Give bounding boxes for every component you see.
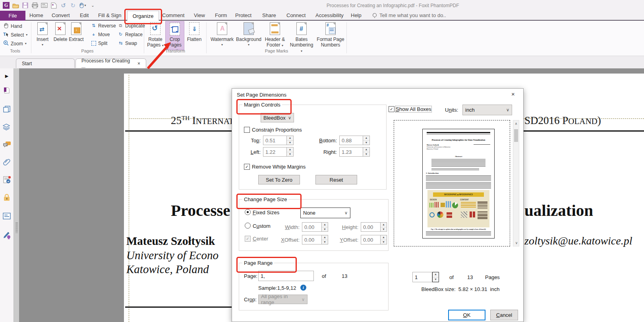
flatten-button[interactable]: ⇓ Flatten xyxy=(185,22,203,42)
watermark-button[interactable]: A Watermark ▾ xyxy=(210,22,234,48)
security-icon[interactable] xyxy=(2,193,11,202)
width-label: Width: xyxy=(275,224,300,230)
tab-form[interactable]: Form xyxy=(215,12,227,18)
hand-tool-quick-icon[interactable]: ▾ xyxy=(79,2,86,9)
header-footer-button[interactable]: Header & Footer ▾ xyxy=(263,22,287,48)
remove-white-margins-checkbox[interactable]: ✓ xyxy=(244,164,250,170)
right-spinner[interactable]: ▲▼ xyxy=(363,147,370,157)
xoffset-spinner[interactable]: ▲▼ xyxy=(322,235,328,244)
move-button[interactable]: +Move xyxy=(91,31,110,37)
tab-edit[interactable]: Edit xyxy=(80,12,89,18)
panel-resizer[interactable] xyxy=(14,68,19,322)
center-checkbox[interactable]: ✓ xyxy=(245,236,251,242)
sign-certify-icon[interactable] xyxy=(2,231,11,239)
margin-controls-label: Margin Controls xyxy=(242,102,282,108)
form-fields-icon[interactable] xyxy=(2,211,11,220)
background-button[interactable]: Background ▾ xyxy=(236,22,261,48)
preview-page-input[interactable] xyxy=(412,272,432,282)
zoom-button[interactable]: Zoom ▾ xyxy=(3,40,27,47)
height-spinner[interactable]: ▲▼ xyxy=(381,222,387,232)
top-input[interactable] xyxy=(263,136,287,145)
ok-button[interactable]: OK xyxy=(448,310,485,320)
scrollbar-thumb[interactable] xyxy=(514,129,518,142)
tab-organize[interactable]: Organize xyxy=(127,11,159,21)
duplicate-button[interactable]: ⧉Duplicate xyxy=(118,23,145,29)
fixed-size-dropdown[interactable]: None∨ xyxy=(300,208,350,218)
scroll-down-icon[interactable]: ∨ xyxy=(513,240,520,246)
tab-fill-sign[interactable]: Fill & Sign xyxy=(98,12,122,18)
format-page-numbers-button[interactable]: # Format Page Numbers xyxy=(316,22,345,48)
digital-signatures-icon[interactable] xyxy=(2,175,11,184)
top-spinner[interactable]: ▲▼ xyxy=(287,136,294,145)
yoffset-input[interactable] xyxy=(361,235,381,244)
show-all-boxes-checkbox[interactable]: ✓ xyxy=(389,106,395,112)
replace-button[interactable]: ↻Replace xyxy=(118,31,143,37)
width-input[interactable] xyxy=(302,222,322,232)
dropdown-arrow-icon: ▾ xyxy=(42,42,43,48)
box-type-dropdown[interactable]: BleedBox∨ xyxy=(261,113,294,122)
extract-pages-button[interactable]: ↓ Extract xyxy=(67,22,86,42)
bottom-spinner[interactable]: ▲▼ xyxy=(363,136,370,145)
fixed-sizes-radio[interactable] xyxy=(245,209,251,215)
set-to-zero-button[interactable]: Set To Zero xyxy=(258,175,300,184)
tell-me-box[interactable]: Tell me what you want to do.. xyxy=(379,12,446,18)
comments-icon[interactable] xyxy=(2,140,11,149)
layers-icon[interactable] xyxy=(2,122,11,131)
left-input[interactable] xyxy=(263,147,287,157)
custom-radio[interactable] xyxy=(245,223,251,229)
insert-pages-button[interactable]: ⇄ Insert ▾ xyxy=(34,22,51,48)
scroll-up-icon[interactable]: ∧ xyxy=(513,120,519,127)
expand-panel-icon[interactable]: ▶ xyxy=(2,72,11,80)
height-input[interactable] xyxy=(361,222,381,232)
tab-connect[interactable]: Connect xyxy=(286,12,306,18)
header-footer-icon xyxy=(270,22,280,35)
print-icon[interactable] xyxy=(31,2,39,9)
yoffset-spinner[interactable]: ▲▼ xyxy=(381,235,387,244)
reset-button[interactable]: Reset xyxy=(315,175,357,184)
tab-share[interactable]: Share xyxy=(262,12,276,18)
preview-scrollbar[interactable]: ∧ ∨ xyxy=(513,120,519,246)
redo-icon[interactable]: ↻ xyxy=(69,2,77,9)
swap-button[interactable]: ⇆Swap xyxy=(118,40,137,46)
fixed-size-value: None xyxy=(303,210,315,216)
page-thumbnails-icon[interactable] xyxy=(2,105,11,113)
split-button[interactable]: Split xyxy=(91,40,107,46)
tab-file[interactable]: File xyxy=(0,11,25,21)
constrain-proportions-checkbox[interactable] xyxy=(244,127,250,133)
info-icon[interactable]: i xyxy=(300,285,306,291)
doc-tab-start[interactable]: Start xyxy=(16,58,75,68)
crop-label-1: Crop xyxy=(170,37,180,42)
bottom-input[interactable] xyxy=(339,136,363,145)
attachments-icon[interactable] xyxy=(2,158,11,167)
tab-comment[interactable]: Comment xyxy=(162,12,184,18)
open-file-icon[interactable] xyxy=(12,2,19,9)
right-input[interactable] xyxy=(339,147,363,157)
units-dropdown[interactable]: inch∨ xyxy=(462,105,512,115)
email-icon[interactable] xyxy=(41,2,48,9)
bookmarks-icon[interactable] xyxy=(2,87,11,95)
cancel-button[interactable]: Cancel xyxy=(490,310,518,320)
customize-quick-access-icon[interactable]: ⌄ xyxy=(89,2,97,9)
undo-icon[interactable]: ↺ xyxy=(60,2,67,9)
dialog-close-icon[interactable]: × xyxy=(511,91,515,97)
xoffset-input[interactable] xyxy=(302,235,322,244)
preview-page-spinner[interactable]: ▲▼ xyxy=(432,272,439,282)
doc-tab-current[interactable]: Processes for Creating ... × xyxy=(75,58,146,68)
create-pdf-icon[interactable]: * xyxy=(50,2,58,9)
save-icon[interactable] xyxy=(21,2,29,9)
tab-help[interactable]: Help xyxy=(351,12,362,18)
tab-view[interactable]: View xyxy=(194,12,205,18)
hand-button[interactable]: Hand xyxy=(3,23,22,30)
left-spinner[interactable]: ▲▼ xyxy=(287,147,294,157)
reverse-button[interactable]: ⇅Reverse xyxy=(91,23,116,29)
page-range-input[interactable] xyxy=(258,271,314,281)
tab-home[interactable]: Home xyxy=(29,12,43,18)
select-button[interactable]: T Select ▾ xyxy=(3,31,27,38)
tab-accessibility[interactable]: Accessibility xyxy=(315,12,344,18)
width-spinner[interactable]: ▲▼ xyxy=(322,222,328,232)
tab-convert[interactable]: Convert xyxy=(52,12,70,18)
crop-pages-button[interactable]: Crop Pages xyxy=(165,21,184,50)
close-icon[interactable]: × xyxy=(137,61,140,66)
rotate-pages-button[interactable]: ↺ Rotate Pages ▾ xyxy=(146,22,164,48)
tab-protect[interactable]: Protect xyxy=(235,12,251,18)
